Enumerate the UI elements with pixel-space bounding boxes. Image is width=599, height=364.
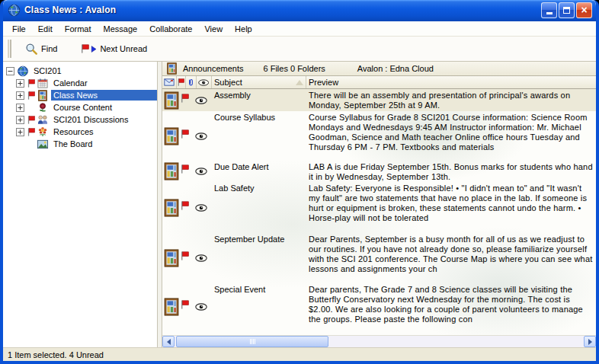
globe-app-icon	[8, 4, 21, 17]
menu-item-file[interactable]: File	[6, 23, 32, 35]
message-row-assembly[interactable]: Assembly There will be an assembly and p…	[162, 89, 596, 111]
conference-tree-pane: SCI201 Calendar Class News Course Conten…	[3, 62, 157, 347]
menu-item-edit[interactable]: Edit	[32, 23, 59, 35]
message-list: Assembly There will be an assembly and p…	[162, 89, 596, 335]
flag-icon	[177, 78, 185, 87]
files-folders-count: 6 Files 0 Folders	[264, 64, 325, 73]
message-row-special-event[interactable]: Special Event Dear parents, The Grade 7 …	[162, 283, 596, 330]
panel-header: Announcements 6 Files 0 Folders Avalon :…	[162, 62, 596, 76]
preview-column-header[interactable]: Preview	[306, 76, 596, 88]
bulletin-icon	[164, 162, 179, 180]
minimize-button[interactable]	[541, 2, 557, 18]
viewed-column-header[interactable]	[197, 76, 212, 88]
eye-icon	[195, 133, 207, 140]
message-preview: Lab Safety: Everyone is Responsible! • "…	[306, 182, 596, 233]
preview-header-label: Preview	[309, 78, 338, 87]
message-subject: Due Date Alert	[212, 161, 306, 182]
bulletin-icon	[164, 249, 179, 267]
message-preview: Dear Parents, September is a busy month …	[306, 233, 596, 283]
scroll-left-button[interactable]	[162, 336, 175, 347]
unread-flag-icon	[27, 78, 36, 88]
pane-splitter[interactable]	[157, 62, 162, 347]
attachment-column-header[interactable]	[186, 76, 197, 88]
unread-flag-icon	[27, 91, 36, 101]
toolbar: Find Next Unread	[3, 37, 596, 62]
tree-item-course-content[interactable]: Course Content	[3, 101, 157, 113]
bulletin-icon	[164, 127, 179, 145]
maximize-button[interactable]	[559, 2, 575, 18]
message-subject: Special Event	[212, 283, 306, 330]
expand-icon[interactable]	[16, 91, 24, 100]
menu-item-help[interactable]: Help	[229, 23, 258, 35]
menu-item-message[interactable]: Message	[98, 23, 144, 35]
message-row-lab-safety[interactable]: Lab Safety Lab Safety: Everyone is Respo…	[162, 182, 596, 233]
menu-item-format[interactable]: Format	[59, 23, 98, 35]
rose-icon	[37, 102, 49, 113]
close-button[interactable]: ×	[576, 2, 592, 18]
picture-icon	[37, 139, 49, 150]
tree-item-class-news[interactable]: Class News	[3, 89, 157, 101]
panel-title: Announcements	[183, 64, 244, 73]
eye-icon	[195, 254, 207, 262]
menu-item-view[interactable]: View	[198, 23, 229, 35]
eye-icon	[195, 168, 207, 175]
unread-flag-icon	[180, 93, 190, 104]
unread-flag-icon	[180, 251, 190, 261]
unread-flag-icon	[180, 129, 190, 139]
status-bar: 1 Item selected. 4 Unread	[3, 347, 596, 361]
scroll-right-button[interactable]	[584, 336, 596, 347]
status-text: 1 Item selected. 4 Unread	[8, 350, 104, 359]
tree-items: Calendar Class News Course Content SCI20…	[3, 77, 157, 150]
unread-flag-icon	[180, 299, 190, 310]
expand-icon[interactable]	[16, 116, 24, 124]
expand-icon[interactable]	[16, 104, 24, 112]
arrow-right-icon	[588, 339, 592, 345]
menu-item-collaborate[interactable]: Collaborate	[143, 23, 198, 35]
message-preview: Course Syllabus for Grade 8 SCI201 Cours…	[306, 111, 596, 161]
paperclip-icon	[187, 78, 194, 88]
app-window: Class News : Avalon × File Edit Format M…	[0, 0, 599, 364]
eye-icon	[195, 97, 207, 104]
tree-item-the-board[interactable]: The Board	[3, 138, 157, 150]
tree-item-sci201-discussions[interactable]: SCI201 Discussions	[3, 113, 157, 126]
message-row-course-syllabus[interactable]: Course Syllabus Course Syllabus for Grad…	[162, 111, 596, 161]
subject-header-label: Subject	[214, 78, 242, 87]
flag-icon	[80, 43, 90, 54]
scrollbar-thumb[interactable]	[176, 336, 328, 347]
envelope-icon	[164, 78, 175, 86]
minimize-icon	[546, 12, 553, 14]
tree-item-label: Calendar	[51, 78, 90, 88]
tree-item-sci201[interactable]: SCI201	[3, 65, 157, 77]
window-title: Class News : Avalon	[24, 5, 541, 15]
message-row-september-update[interactable]: September Update Dear Parents, September…	[162, 233, 596, 283]
title-bar[interactable]: Class News : Avalon ×	[3, 0, 596, 21]
board-icon	[37, 90, 49, 101]
next-unread-button[interactable]: Next Unread	[74, 41, 153, 56]
subject-column-header[interactable]: Subject	[212, 76, 306, 88]
collapse-icon[interactable]	[6, 67, 14, 75]
message-preview: Dear parents, The Grade 7 and 8 Science …	[306, 283, 596, 330]
expand-icon[interactable]	[16, 128, 24, 136]
tree-item-label: Class News	[51, 90, 157, 101]
flag-column-header[interactable]	[177, 76, 186, 88]
people-icon	[37, 114, 49, 126]
next-unread-label: Next Unread	[100, 44, 147, 53]
message-subject: Assembly	[212, 89, 306, 111]
message-subject: Lab Safety	[212, 182, 306, 233]
tree-item-resources[interactable]: Resources	[3, 126, 157, 138]
magnifier-icon	[25, 43, 38, 56]
scrollbar-track[interactable]	[175, 336, 584, 347]
message-subject: Course Syllabus	[212, 111, 306, 161]
flower-icon	[37, 126, 49, 138]
sort-ascending-icon	[296, 80, 303, 85]
envelope-column-header[interactable]	[162, 76, 177, 88]
arrow-left-icon	[167, 339, 171, 345]
tree-item-label: Course Content	[51, 102, 114, 113]
expand-icon[interactable]	[16, 79, 24, 88]
message-row-due-date-alert[interactable]: Due Date Alert LAB A is due Friday Septe…	[162, 161, 596, 182]
tree-item-calendar[interactable]: Calendar	[3, 77, 157, 89]
maximize-icon	[563, 7, 570, 14]
find-button[interactable]: Find	[19, 40, 63, 58]
horizontal-scrollbar[interactable]	[162, 335, 596, 347]
toolbar-grip[interactable]	[6, 40, 11, 58]
